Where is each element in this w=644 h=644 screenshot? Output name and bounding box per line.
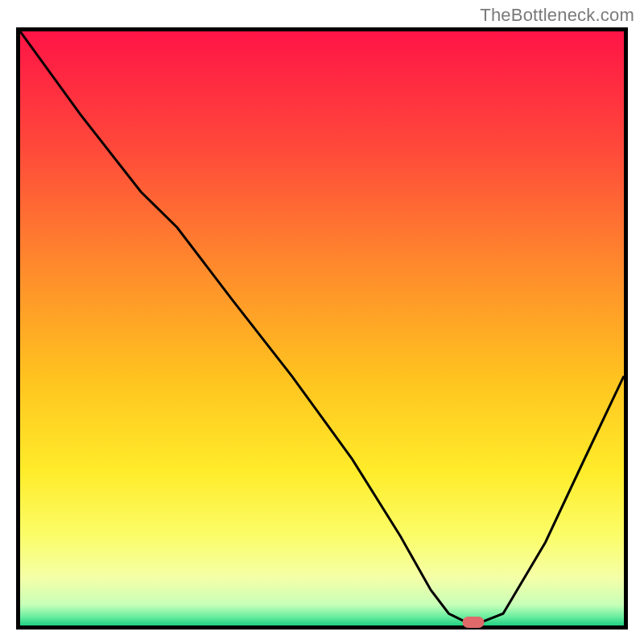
chart-frame [16, 27, 628, 630]
plot-area [20, 31, 624, 625]
optimal-marker [462, 617, 484, 628]
bottleneck-curve [20, 31, 624, 625]
attribution-text: TheBottleneck.com [480, 5, 634, 26]
